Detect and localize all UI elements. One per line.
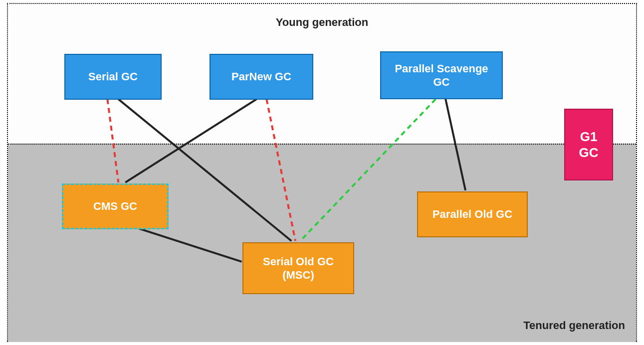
young-generation-title: Young generation bbox=[8, 16, 636, 29]
node-g1-gc: G1 GC bbox=[564, 109, 613, 180]
diagram-container: Young generation Tenured generation Seri… bbox=[7, 3, 637, 342]
node-serial-old-gc: Serial Old GC (MSC) bbox=[242, 242, 354, 294]
node-cms-gc: CMS GC bbox=[62, 183, 169, 229]
node-label: Serial GC bbox=[88, 70, 138, 84]
node-serial-gc: Serial GC bbox=[64, 54, 162, 100]
node-parallel-scavenge-gc: Parallel Scavenge GC bbox=[380, 51, 503, 99]
node-label: G1 GC bbox=[579, 129, 599, 161]
node-label: Parallel Scavenge GC bbox=[395, 62, 488, 89]
node-label: Parallel Old GC bbox=[432, 207, 512, 221]
node-label: CMS GC bbox=[93, 199, 137, 213]
tenured-generation-title: Tenured generation bbox=[523, 319, 625, 332]
node-label: Serial Old GC (MSC) bbox=[263, 255, 334, 282]
node-parnew-gc: ParNew GC bbox=[210, 54, 313, 100]
node-label: ParNew GC bbox=[231, 70, 291, 84]
node-parallel-old-gc: Parallel Old GC bbox=[417, 191, 528, 237]
